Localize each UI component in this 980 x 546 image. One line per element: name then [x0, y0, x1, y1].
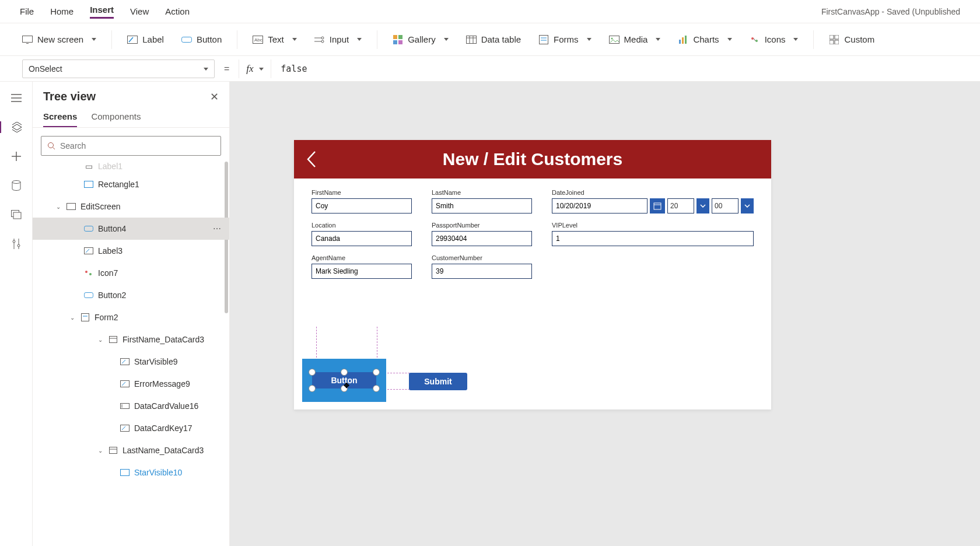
tree-search[interactable] [41, 136, 221, 156]
viplevel-input[interactable] [552, 231, 754, 246]
resize-handle[interactable] [373, 385, 380, 392]
tree-item-label: LastName_DataCard3 [123, 446, 204, 455]
tree-view-icon[interactable] [11, 121, 23, 133]
insert-ribbon: New screen Label Button Abc Text Input G… [0, 23, 980, 56]
expand-icon[interactable]: ⌄ [70, 314, 76, 321]
canvas-area[interactable]: New / Edit Customers FirstName LastName … [230, 82, 980, 546]
app-title-status: FirstCanvasApp - Saved (Unpublished [821, 7, 960, 16]
input-dropdown[interactable]: Input [309, 31, 368, 48]
media-pane-icon[interactable] [10, 209, 22, 220]
expand-icon[interactable]: ⌄ [98, 447, 104, 454]
resize-handle[interactable] [309, 385, 316, 392]
gallery-dropdown[interactable]: Gallery [387, 31, 454, 48]
tree-item-label3[interactable]: Label3 [33, 240, 229, 262]
datacard-icon [108, 446, 118, 455]
tab-components[interactable]: Components [91, 111, 141, 127]
tree-item-editscreen[interactable]: ⌄ EditScreen [33, 195, 229, 218]
menu-view[interactable]: View [130, 6, 149, 16]
data-table-button[interactable]: Data table [460, 31, 527, 48]
tree-item-starvisible10[interactable]: StarVisible10 [33, 461, 229, 484]
selected-control-button4[interactable]: Button ✥ [302, 359, 386, 402]
tree-item-datacardvalue16[interactable]: DataCardValue16 [33, 395, 229, 417]
media-dropdown[interactable]: Media [603, 31, 667, 48]
tree-item-starvisible9[interactable]: StarVisible9 [33, 351, 229, 373]
text-dropdown[interactable]: Abc Text [247, 31, 303, 48]
svg-rect-4 [181, 37, 191, 42]
menu-file[interactable]: File [20, 6, 34, 16]
calendar-icon[interactable] [650, 198, 665, 214]
tree-item-form2[interactable]: ⌄ Form2 [33, 306, 229, 328]
tree-item-label1[interactable]: ▭ Label1 [33, 162, 229, 173]
charts-dropdown-label: Charts [693, 34, 719, 44]
data-icon[interactable] [10, 180, 22, 191]
gallery-icon [393, 34, 403, 45]
text-dropdown-label: Text [268, 34, 284, 44]
advanced-tools-icon[interactable] [10, 238, 22, 250]
chevron-down-icon[interactable] [696, 198, 709, 214]
datacard-icon [108, 335, 118, 344]
icons-dropdown[interactable]: Icons [744, 31, 804, 48]
svg-line-63 [122, 382, 125, 386]
back-icon[interactable] [304, 149, 317, 169]
close-icon[interactable]: ✕ [210, 90, 219, 103]
datejoined-input[interactable] [552, 198, 648, 214]
charts-dropdown[interactable]: Charts [672, 31, 737, 48]
label-button[interactable]: Label [121, 31, 170, 48]
tree-item-button2[interactable]: Button2 [33, 284, 229, 306]
button4-control[interactable]: Button ✥ [312, 372, 376, 388]
tree-item-button4[interactable]: Button4 ⋯ [33, 218, 229, 240]
tree-item-datacardkey17[interactable]: DataCardKey17 [33, 417, 229, 439]
tree-item-errormessage9[interactable]: ErrorMessage9 [33, 373, 229, 395]
field-passport: PassportNumber [432, 222, 532, 246]
hamburger-icon[interactable] [10, 92, 22, 104]
menu-bar: File Home Insert View Action FirstCanvas… [0, 0, 980, 23]
insert-pane-icon[interactable] [10, 150, 22, 162]
customerno-input[interactable] [432, 264, 532, 279]
passport-label: PassportNumber [432, 222, 532, 229]
svg-rect-11 [393, 35, 397, 39]
custom-button[interactable]: Custom [823, 31, 880, 48]
app-header: New / Edit Customers [294, 140, 771, 178]
menu-insert[interactable]: Insert [90, 5, 114, 19]
expand-icon[interactable]: ⌄ [98, 337, 104, 343]
minute-select[interactable]: 00 [712, 198, 738, 214]
hour-select[interactable]: 20 [667, 198, 694, 214]
svg-point-44 [13, 240, 15, 243]
chevron-down-icon[interactable] [741, 198, 754, 214]
resize-handle[interactable] [309, 369, 316, 376]
property-selector[interactable]: OnSelect [22, 60, 215, 78]
svg-rect-50 [84, 226, 93, 232]
button-button[interactable]: Button [176, 31, 228, 48]
field-location: Location [312, 222, 412, 246]
location-input[interactable] [312, 231, 412, 246]
tree-item-lastname-datacard[interactable]: ⌄ LastName_DataCard3 [33, 439, 229, 461]
label-icon [120, 357, 130, 366]
formula-input[interactable] [281, 60, 958, 78]
lastname-input[interactable] [432, 198, 532, 214]
resize-handle[interactable] [341, 369, 348, 376]
data-table-icon [466, 34, 477, 45]
label-icon [120, 424, 130, 433]
tree-item-firstname-datacard[interactable]: ⌄ FirstName_DataCard3 [33, 328, 229, 351]
new-screen-button[interactable]: New screen [16, 31, 102, 48]
label-icon [120, 468, 130, 477]
resize-handle[interactable] [373, 369, 380, 376]
tree-item-rectangle1[interactable]: Rectangle1 [33, 173, 229, 195]
svg-rect-24 [679, 40, 681, 44]
svg-point-9 [321, 37, 324, 39]
svg-rect-26 [685, 36, 687, 44]
expand-icon[interactable]: ⌄ [56, 204, 62, 210]
firstname-input[interactable] [312, 198, 412, 214]
menu-action[interactable]: Action [165, 6, 190, 16]
fx-button[interactable]: fx [239, 60, 271, 78]
tree-item-icon7[interactable]: Icon7 [33, 262, 229, 284]
agentname-input[interactable] [312, 264, 412, 279]
tab-screens[interactable]: Screens [43, 111, 77, 127]
svg-line-61 [122, 360, 125, 363]
more-icon[interactable]: ⋯ [213, 224, 221, 233]
menu-home[interactable]: Home [50, 6, 74, 16]
submit-button-control[interactable]: Submit [409, 373, 467, 390]
passport-input[interactable] [432, 231, 532, 246]
tree-search-input[interactable] [60, 141, 215, 150]
forms-dropdown[interactable]: Forms [533, 31, 597, 48]
